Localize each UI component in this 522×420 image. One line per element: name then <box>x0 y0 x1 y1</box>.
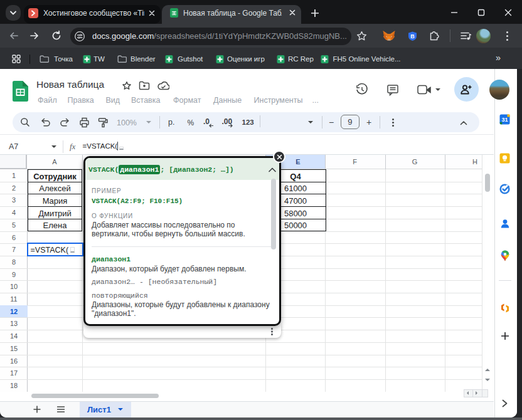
svg-text:31: 31 <box>501 117 508 123</box>
svg-text:B: B <box>410 33 415 39</box>
